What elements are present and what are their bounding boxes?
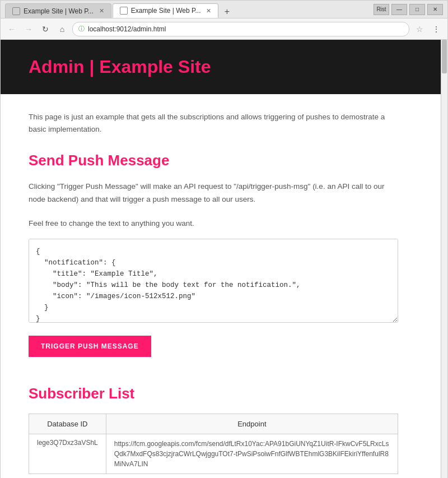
scroll-thumb[interactable] — [442, 40, 447, 73]
tab-1[interactable]: Example Site | Web P... ✕ — [5, 3, 111, 18]
refresh-button[interactable]: ↻ — [39, 22, 52, 36]
page-content: Admin | Example Site This page is just a… — [1, 40, 441, 478]
tab-favicon — [12, 7, 20, 15]
db-id-cell: lege3Q7Dxz3aVShL — [29, 434, 106, 474]
tab-strip: Example Site | Web P... ✕ Example Site |… — [5, 1, 369, 18]
subscriber-section: Subscriber List Database ID Endpoint leg… — [29, 385, 398, 474]
menu-button[interactable]: ⋮ — [430, 22, 443, 36]
main-content: This page is just an example that gets a… — [1, 94, 426, 478]
intro-text: This page is just an example that gets a… — [29, 111, 398, 135]
table-header-db-id: Database ID — [29, 414, 106, 434]
back-button[interactable]: ← — [5, 22, 18, 36]
content-wrapper: Admin | Example Site This page is just a… — [1, 40, 447, 478]
send-push-title: Send Push Message — [29, 152, 398, 169]
new-tab-button[interactable]: + — [220, 6, 234, 18]
close-button[interactable]: ✕ — [427, 4, 443, 15]
description-text: Clicking "Trigger Push Message" will mak… — [29, 180, 398, 206]
url-text: localhost:9012/admin.html — [88, 25, 166, 33]
scroll-track[interactable] — [441, 40, 447, 478]
tab-2-label: Example Site | Web P... — [131, 7, 201, 15]
minimize-button[interactable]: — — [391, 4, 407, 15]
tab-1-label: Example Site | Web P... — [24, 7, 94, 15]
forward-button[interactable]: → — [22, 22, 35, 36]
url-bar[interactable]: ⓘ localhost:9012/admin.html — [72, 22, 409, 36]
scrollbar[interactable] — [441, 40, 447, 478]
tab-1-close[interactable]: ✕ — [99, 7, 104, 15]
window-controls: Rist — □ ✕ — [374, 4, 443, 15]
tab-2-close[interactable]: ✕ — [206, 7, 211, 15]
title-bar: Example Site | Web P... ✕ Example Site |… — [1, 1, 447, 18]
home-button[interactable]: ⌂ — [55, 22, 69, 36]
endpoint-cell: https://fcm.googleapis.com/fcm/send/dfLt… — [106, 434, 398, 474]
site-header: Admin | Example Site — [1, 40, 441, 94]
browser-window: Example Site | Web P... ✕ Example Site |… — [0, 0, 448, 478]
bookmark-button[interactable]: ☆ — [413, 22, 426, 36]
rist-button[interactable]: Rist — [374, 4, 389, 15]
tab-2[interactable]: Example Site | Web P... ✕ — [113, 3, 219, 18]
subscriber-table: Database ID Endpoint lege3Q7Dxz3aVShL ht… — [29, 414, 398, 474]
table-header-endpoint: Endpoint — [106, 414, 398, 434]
maximize-button[interactable]: □ — [409, 4, 425, 15]
feel-free-text: Feel free to change the text to anything… — [29, 217, 398, 230]
tab-2-favicon — [120, 7, 128, 15]
trigger-push-button[interactable]: TRIGGER PUSH MESSAGE — [29, 336, 151, 357]
secure-icon: ⓘ — [78, 25, 85, 33]
push-message-textarea[interactable]: { "notification": { "title": "Example Ti… — [29, 239, 398, 323]
subscriber-list-title: Subscriber List — [29, 385, 398, 402]
page-title: Admin | Example Site — [29, 57, 211, 77]
table-row: lege3Q7Dxz3aVShL https://fcm.googleapis.… — [29, 434, 398, 474]
address-bar: ← → ↻ ⌂ ⓘ localhost:9012/admin.html ☆ ⋮ — [1, 18, 447, 40]
